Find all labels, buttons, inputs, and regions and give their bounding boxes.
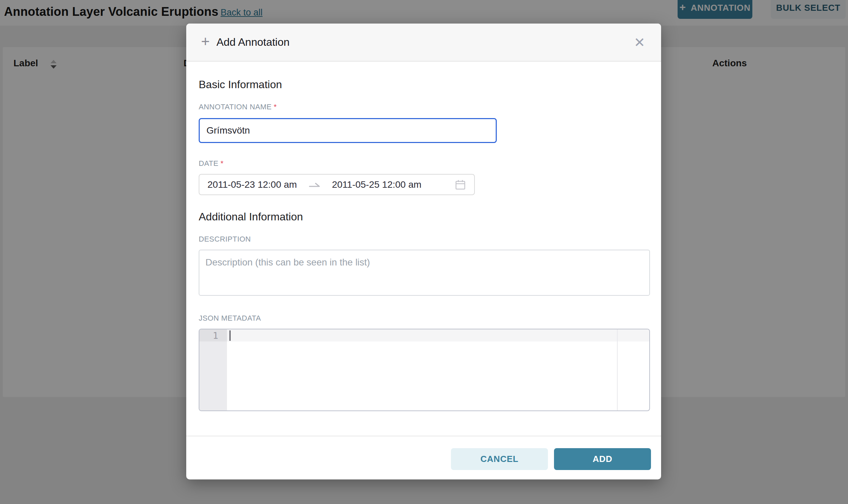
screen: Annotation Layer Volcanic Eruptions Back… <box>0 0 848 504</box>
json-metadata-editor[interactable]: 1 <box>199 329 650 411</box>
date-range-picker[interactable]: 2011-05-23 12:00 am 2011-05-25 12:00 am <box>199 174 475 195</box>
annotation-name-label-text: ANNOTATION NAME <box>199 103 272 111</box>
calendar-icon[interactable] <box>455 179 466 191</box>
editor-print-margin <box>617 329 618 411</box>
date-label-text: DATE <box>199 159 219 167</box>
editor-cursor <box>229 330 231 341</box>
editor-gutter <box>200 329 227 411</box>
additional-information-heading: Additional Information <box>199 209 650 224</box>
json-metadata-label: JSON METADATA <box>199 313 650 323</box>
modal-header: + Add Annotation ✕ <box>186 23 661 61</box>
date-label: DATE* <box>199 159 650 168</box>
modal-body: Basic Information ANNOTATION NAME* DATE*… <box>186 61 661 436</box>
date-start-value[interactable]: 2011-05-23 12:00 am <box>207 179 297 190</box>
description-label: DESCRIPTION <box>199 234 650 244</box>
editor-active-line <box>227 329 649 342</box>
arrow-right-icon <box>309 181 321 188</box>
add-button[interactable]: ADD <box>554 448 651 470</box>
add-annotation-modal: + Add Annotation ✕ Basic Information ANN… <box>186 23 661 480</box>
required-asterisk: * <box>274 103 277 111</box>
date-end-value[interactable]: 2011-05-25 12:00 am <box>332 179 422 190</box>
modal-footer: CANCEL ADD <box>186 436 661 480</box>
annotation-name-input[interactable] <box>199 118 497 143</box>
cancel-button[interactable]: CANCEL <box>451 448 548 470</box>
modal-title: Add Annotation <box>217 36 290 49</box>
required-asterisk: * <box>221 159 224 167</box>
basic-information-heading: Basic Information <box>199 77 650 92</box>
annotation-name-label: ANNOTATION NAME* <box>199 102 650 112</box>
description-textarea[interactable] <box>199 250 650 296</box>
editor-line-number: 1 <box>200 329 227 342</box>
close-icon[interactable]: ✕ <box>631 34 647 51</box>
plus-icon: + <box>201 34 210 49</box>
